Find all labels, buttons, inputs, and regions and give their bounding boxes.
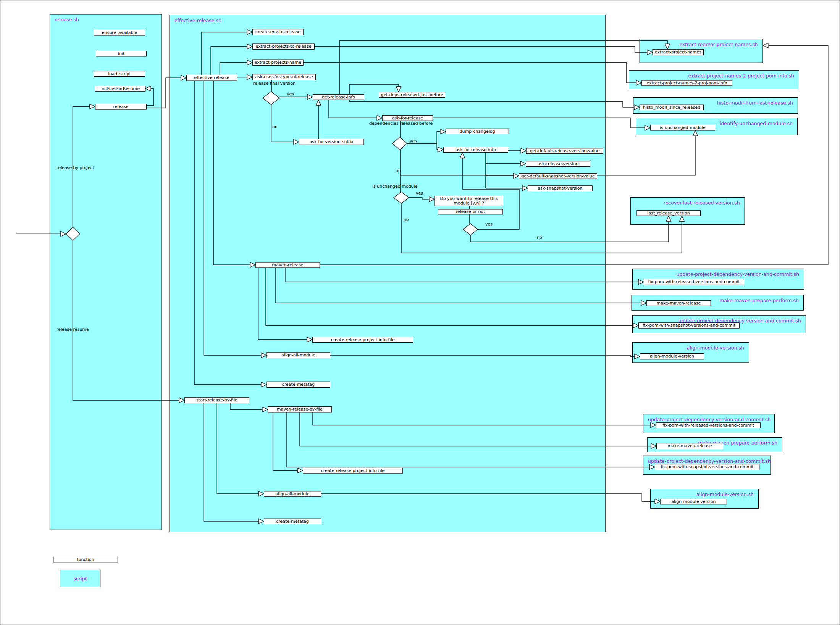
flow-label-no-3: no (404, 217, 409, 222)
edge-ask-for-release-to-is-unchanged (433, 118, 645, 128)
function-node-release: release (95, 104, 147, 110)
flow-label-no-4: no (537, 235, 542, 240)
function-node-ask-release-version: ask-release-version (526, 161, 590, 167)
edge-get-release-info-to-ask-for-release (329, 100, 377, 118)
function-node-get-default-snapshot-version-value: get-default-snapshot-version-value (519, 173, 597, 179)
arrowhead-icon (181, 76, 186, 81)
function-node-create-env-to-release: create-env-to-release (252, 29, 304, 35)
function-node-ask-for-release: ask-for-release (382, 115, 433, 121)
decision-diamond-release-type-decision (263, 92, 279, 105)
arrowhead-icon (634, 105, 640, 110)
arrowhead-icon (429, 197, 435, 202)
flow-label-no-1: no (272, 124, 278, 129)
function-node-align-module-version-2: align-module-version (660, 499, 727, 504)
arrowhead-icon (655, 499, 660, 504)
arrowhead-icon (693, 130, 698, 136)
arrowhead-icon (294, 140, 299, 145)
arrowhead-icon (665, 44, 670, 49)
function-node-align-all-module-2: align-all-module (264, 491, 321, 497)
arrowhead-icon (636, 81, 641, 85)
function-node-effective-release: effective-release (186, 75, 237, 81)
function-node-get-release-info: get-release-info (313, 94, 364, 100)
arrowhead-icon (763, 43, 768, 48)
arrowhead-icon (438, 147, 443, 152)
arrowhead-icon (633, 323, 638, 328)
function-node-fix-pom-with-released-versions-and-commit-2: fix-pom-with-released-versions-and-commi… (656, 422, 761, 428)
function-node-legend-function: function (53, 557, 118, 562)
arrowhead-icon (297, 468, 303, 473)
edge-maven-to-fix-pom-released (285, 268, 638, 282)
flow-label-yes-3: yes (416, 191, 423, 196)
edge-maven-to-create-release-info (258, 268, 307, 340)
arrowhead-icon (261, 353, 267, 358)
arrowhead-icon (247, 75, 252, 80)
decision-diamond-deps-released-decision (393, 137, 407, 150)
function-node-release-or-not: release-or-not (438, 209, 503, 214)
arrowhead-icon (641, 301, 646, 306)
function-node-get-deps-released-just-before: get-deps-released-just-before (379, 92, 445, 98)
arrowhead-icon (307, 337, 312, 342)
arrowhead-icon (514, 174, 519, 179)
edge-maven-release-to-reactor (320, 45, 828, 265)
flow-label-release-by-project: release by project (57, 165, 94, 170)
function-node-ensure-available: ensure_available (94, 30, 145, 35)
arrowhead-icon (638, 280, 644, 285)
function-node-ask-snapshot-version: ask-snapshot-version (528, 185, 593, 191)
function-node-init: init (96, 51, 147, 56)
function-node-ask-for-release-info: ask-for-release-info (443, 147, 508, 153)
arrowhead-icon (460, 153, 465, 158)
edge-eff-to-align-all-module (204, 81, 261, 355)
edge-start-to-maven-release-by-file (230, 403, 262, 409)
function-node-init-files-for-resume: initFilesForResume (95, 86, 145, 92)
flow-label-release-resume: release resume (57, 327, 89, 332)
arrowhead-icon (680, 216, 685, 221)
arrowhead-icon (647, 50, 653, 55)
arrowhead-icon (377, 116, 382, 121)
arrowhead-icon (635, 354, 640, 359)
arrowhead-icon (522, 186, 528, 191)
edge-caller-is-unchanged-module (401, 136, 695, 175)
edge-align-to-align-module-version (330, 355, 635, 356)
arrowhead-icon (651, 423, 656, 428)
edge-d4-no-last-release-version (470, 221, 669, 242)
edge-eff-to-create-metatag (194, 81, 261, 385)
arrowhead-icon (307, 95, 313, 100)
arrowhead-icon (247, 30, 252, 35)
edge-mrbf-to-make-maven-release-2 (300, 412, 651, 446)
edge-start-to-start-release-by-file (73, 240, 179, 400)
edge-d3-yes-question (409, 198, 429, 199)
arrowhead-icon (262, 407, 268, 412)
arrowhead-icon (396, 87, 401, 92)
function-node-load-script: load_script (94, 71, 145, 77)
arrowhead-icon (666, 216, 671, 221)
edge-eff-to-extract-projects-to-release (211, 47, 247, 75)
edge-mrbf-to-create-release-info-2 (273, 412, 297, 470)
arrowhead-icon (145, 86, 151, 91)
function-node-extract-project-names: extract-project-names (653, 49, 704, 55)
function-node-release-question: Do you want to release this module [y,n]… (435, 196, 503, 206)
function-node-fix-pom-with-snapshot-versions-and-commit-2: fix-pom-with-snapshot-versions-and-commi… (655, 464, 759, 470)
function-node-make-maven-release-1: make-maven-release (646, 300, 711, 306)
edge-release-to-effective (147, 78, 181, 108)
edge-d4-yes-loop-ask-for-release-info (462, 158, 519, 229)
arrowhead-icon (179, 398, 184, 403)
flow-label-no-2: no (396, 168, 401, 173)
function-node-fix-pom-with-released-versions-and-commit-1: fix-pom-with-released-versions-and-commi… (644, 279, 744, 285)
edge-mrbf-to-fix-pom-snapshot-2 (287, 412, 649, 467)
function-node-last-release-version: last_release_version (636, 210, 701, 216)
edge-get-release-info-to-histo (349, 100, 634, 107)
arrowhead-icon (645, 126, 650, 130)
arrowhead-icon (261, 382, 267, 387)
arrowhead-icon (247, 60, 252, 65)
edge-maven-to-make-maven-release (276, 268, 641, 303)
decision-diamond-release-or-not-decision (463, 224, 478, 235)
edge-start-to-align-all-module-2 (217, 403, 258, 494)
flow-label-dependencies-released-before: dependencies released before (369, 121, 433, 126)
function-node-extract-project-names-2-proj-pom-info: extract-project-names-2-proj-pom-info (641, 80, 732, 86)
edge-start-to-create-metatag-2 (204, 403, 258, 521)
function-node-start-release-by-file: start-release-by-file (184, 397, 249, 403)
function-node-align-module-version-1: align-module-version (640, 353, 704, 359)
arrowhead-icon (247, 44, 252, 49)
function-node-ask-for-version-suffix: ask-for-version-suffix (299, 139, 364, 145)
arrowhead-icon (651, 444, 656, 449)
